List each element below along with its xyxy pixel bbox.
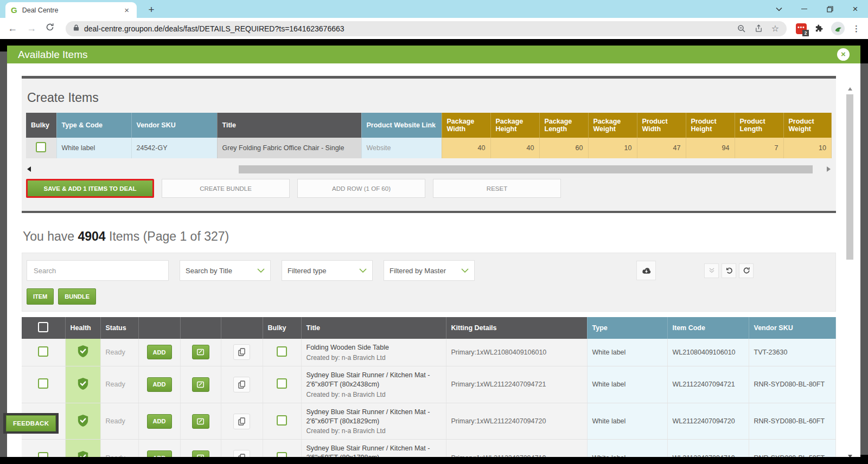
website-link-field[interactable]: Website — [361, 138, 442, 158]
refresh-button[interactable] — [739, 263, 754, 278]
row-checkbox[interactable] — [38, 346, 48, 357]
col-product-height: Product Height — [686, 113, 735, 138]
table-row: Ready ADD Sydney Blue Stair Runner / Kit… — [22, 403, 836, 440]
row-checkbox[interactable] — [38, 378, 48, 389]
scroll-left-icon[interactable] — [27, 166, 31, 172]
bulky-checkbox[interactable] — [277, 415, 287, 426]
product-height-field[interactable]: 94 — [686, 138, 735, 158]
tab-close-icon[interactable]: × — [122, 5, 131, 15]
scroll-right-icon[interactable] — [827, 166, 831, 172]
add-button[interactable]: ADD — [147, 414, 172, 429]
modal-header: Available Items × — [7, 46, 860, 63]
filter-bar: Search by Title Filtered type Filtered b… — [22, 253, 836, 312]
package-height-field[interactable]: 40 — [490, 138, 539, 158]
product-weight-field[interactable]: 10 — [783, 138, 832, 158]
copy-button[interactable] — [233, 414, 250, 429]
package-weight-field[interactable]: 10 — [588, 138, 637, 158]
edit-button[interactable] — [192, 450, 209, 457]
health-shield-icon — [77, 450, 89, 457]
package-length-field[interactable]: 60 — [539, 138, 588, 158]
horizontal-scrollbar[interactable] — [27, 165, 831, 173]
feedback-button[interactable]: FEEDBACK — [6, 415, 56, 431]
scrollbar-thumb[interactable] — [846, 94, 853, 260]
edit-button[interactable] — [192, 377, 209, 392]
page-backdrop: Available Items × Create Items Bulky — [0, 39, 868, 464]
add-button[interactable]: ADD — [147, 345, 172, 359]
chevron-down-icon — [461, 268, 469, 273]
browser-tab[interactable]: G Deal Centre × — [5, 2, 137, 18]
zoom-out-icon[interactable] — [737, 24, 746, 33]
type-code-cell[interactable]: White label — [56, 138, 131, 158]
window-minimize-button[interactable] — [792, 0, 817, 18]
col-health: Health — [65, 317, 100, 339]
modal-close-icon[interactable]: × — [837, 48, 850, 61]
search-by-title-select[interactable]: Search by Title — [180, 260, 271, 281]
bulky-checkbox[interactable] — [277, 346, 287, 357]
copy-button[interactable] — [233, 377, 250, 392]
overlay-strip-left — [0, 51, 7, 457]
edit-button[interactable] — [192, 414, 209, 429]
reload-icon[interactable] — [46, 23, 54, 34]
add-button[interactable]: ADD — [147, 377, 172, 392]
health-shield-icon — [77, 377, 89, 390]
item-title: Sydney Blue Stair Runner / Kitchen Mat -… — [307, 444, 441, 457]
save-add-items-button[interactable]: SAVE & ADD 1 ITEMS TO DEAL — [26, 179, 154, 198]
modal-title: Available Items — [18, 49, 88, 61]
screen: G Deal Centre × + × ← → deal-centre.grou… — [0, 0, 868, 464]
items-table: Health Status Bulky Title Kitting Detail… — [22, 317, 836, 457]
edit-button[interactable] — [192, 345, 209, 359]
address-bar[interactable]: deal-centre.groupon.de/deals/fast/DETAIL… — [66, 21, 787, 36]
select-all-checkbox[interactable] — [38, 322, 48, 332]
window-restore-button[interactable] — [817, 0, 843, 18]
item-title: Sydney Blue Stair Runner / Kitchen Mat -… — [307, 408, 441, 426]
vertical-scrollbar[interactable] — [846, 85, 854, 453]
filtered-by-master-select[interactable]: Filtered by Master — [384, 260, 475, 281]
item-tab-button[interactable]: ITEM — [27, 288, 54, 305]
undo-button[interactable] — [722, 263, 736, 278]
scroll-up-icon[interactable] — [848, 87, 852, 91]
share-icon[interactable] — [755, 24, 763, 33]
tab-search-icon[interactable] — [766, 0, 792, 18]
bulky-checkbox[interactable] — [36, 142, 46, 152]
filtered-type-select[interactable]: Filtered type — [282, 260, 373, 281]
copy-icon — [238, 417, 245, 426]
download-export-button[interactable] — [636, 261, 656, 280]
copy-icon — [238, 381, 245, 389]
kitting-details: Primary:1xWL21080409106010 — [446, 339, 587, 366]
add-row-button[interactable]: ADD ROW (1 OF 60) — [297, 179, 425, 198]
title-cell[interactable]: Grey Folding Fabric Office Chair - Singl… — [217, 138, 361, 158]
vendor-sku-cell[interactable]: 24542-GY — [131, 138, 217, 158]
col-vendor-sku: Vendor SKU — [131, 113, 217, 138]
extensions-puzzle-icon[interactable] — [814, 24, 824, 33]
bulky-checkbox[interactable] — [277, 378, 287, 389]
search-input[interactable] — [27, 260, 169, 281]
refresh-icon — [743, 267, 750, 274]
product-width-field[interactable]: 47 — [637, 138, 686, 158]
add-button[interactable]: ADD — [147, 450, 172, 457]
item-vendor-sku: RNR-SYD080-BL-80FT — [749, 366, 836, 403]
bundle-tab-button[interactable]: BUNDLE — [58, 288, 96, 305]
col-title: Title — [217, 113, 361, 138]
profile-avatar[interactable] — [831, 22, 845, 35]
password-extension-icon[interactable]: ••• 2 — [796, 23, 807, 34]
back-icon[interactable]: ← — [8, 23, 17, 34]
bulky-checkbox[interactable] — [277, 452, 287, 457]
copy-button[interactable] — [233, 450, 250, 457]
new-tab-button[interactable]: + — [144, 3, 158, 17]
scrollbar-thumb[interactable] — [239, 165, 813, 173]
url-text: deal-centre.groupon.de/deals/fast/DETAIL… — [84, 24, 729, 33]
item-type: White label — [587, 366, 667, 403]
copy-button[interactable] — [233, 344, 250, 360]
collapse-button[interactable] — [704, 263, 719, 278]
bookmark-star-icon[interactable]: ☆ — [771, 23, 779, 34]
create-bundle-button[interactable]: CREATE BUNDLE — [162, 179, 290, 198]
scroll-down-icon[interactable] — [848, 455, 852, 457]
browser-menu-icon[interactable]: ⋮ — [852, 24, 860, 34]
reset-button[interactable]: RESET — [433, 179, 561, 198]
window-close-button[interactable]: × — [843, 0, 868, 18]
row-checkbox[interactable] — [38, 452, 48, 457]
col-actions-1 — [138, 317, 180, 339]
package-width-field[interactable]: 40 — [442, 138, 490, 158]
product-length-field[interactable]: 7 — [735, 138, 783, 158]
forward-icon[interactable]: → — [27, 23, 36, 34]
